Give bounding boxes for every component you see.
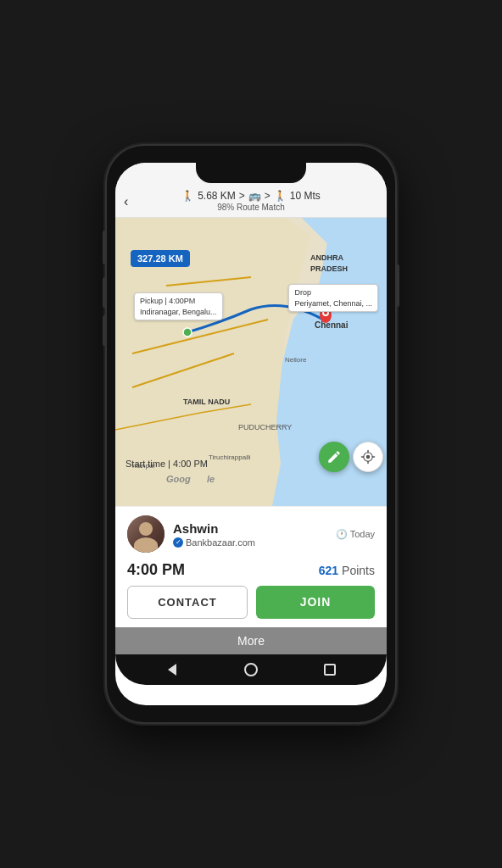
- home-nav-icon: [244, 663, 258, 676]
- svg-text:Chennai: Chennai: [315, 320, 349, 330]
- pickup-label: Pickup | 4:00PM Indiranagar, Bengalu...: [134, 292, 223, 320]
- svg-text:Tiruchirappalli: Tiruchirappalli: [209, 453, 251, 461]
- rider-card-header: Ashwin ✓ Bankbazaar.com 🕐 Today: [127, 515, 375, 553]
- back-button[interactable]: ‹: [124, 194, 128, 209]
- today-badge: 🕐 Today: [336, 529, 375, 540]
- route-info-bar: ‹ 🚶 5.68 KM > 🚌 > 🚶 10 Mts 98% Route Mat…: [115, 186, 387, 218]
- action-buttons: CONTACT JOIN: [127, 586, 375, 619]
- recent-nav-button[interactable]: [321, 661, 338, 678]
- route-info-top: 🚶 5.68 KM > 🚌 > 🚶 10 Mts: [181, 190, 321, 202]
- ride-time: 4:00 PM: [127, 561, 185, 579]
- avatar: [127, 515, 165, 553]
- route-match: 98% Route Match: [217, 203, 285, 212]
- points-label: Points: [342, 564, 375, 577]
- start-time: Start time | 4:00 PM: [126, 459, 208, 469]
- my-location-button[interactable]: [353, 442, 383, 472]
- svg-point-27: [366, 455, 371, 459]
- home-nav-button[interactable]: [243, 661, 259, 678]
- contact-button[interactable]: CONTACT: [127, 586, 248, 619]
- separator2: >: [265, 190, 271, 202]
- location-icon: [360, 449, 376, 465]
- route-time: 10 Mts: [290, 190, 321, 202]
- distance-badge: 327.28 KM: [131, 250, 190, 267]
- rider-details: Ashwin ✓ Bankbazaar.com: [173, 521, 255, 548]
- points-count: 621: [319, 564, 338, 577]
- drop-label: Drop Periyamet, Chennai, ...: [288, 284, 378, 312]
- points-info: 621 Points: [319, 564, 375, 577]
- phone-screen: ‹ 🚶 5.68 KM > 🚌 > 🚶 10 Mts 98% Route Mat…: [115, 163, 387, 705]
- bus-icon: 🚌: [248, 190, 261, 202]
- svg-point-23: [183, 328, 192, 337]
- avatar-image: [127, 515, 165, 553]
- join-button[interactable]: JOIN: [256, 586, 375, 619]
- screen-content: ‹ 🚶 5.68 KM > 🚌 > 🚶 10 Mts 98% Route Mat…: [115, 163, 387, 705]
- separator1: >: [239, 190, 245, 202]
- phone-body: ‹ 🚶 5.68 KM > 🚌 > 🚶 10 Mts 98% Route Mat…: [107, 146, 395, 722]
- volume-down-button: [103, 315, 106, 346]
- back-nav-icon: [168, 664, 176, 676]
- svg-text:PUDUCHERRY: PUDUCHERRY: [238, 423, 292, 431]
- svg-text:PRADESH: PRADESH: [310, 264, 348, 273]
- svg-text:le: le: [207, 474, 215, 484]
- volume-up-button: [103, 277, 106, 308]
- bottom-nav: [115, 654, 387, 685]
- rider-name: Ashwin: [173, 521, 255, 536]
- svg-text:Nellore: Nellore: [285, 356, 307, 364]
- walk2-icon: 🚶: [274, 190, 287, 202]
- rider-company: ✓ Bankbazaar.com: [173, 537, 255, 548]
- more-bar[interactable]: More: [115, 627, 387, 654]
- route-distance: 5.68 KM: [198, 190, 236, 202]
- svg-text:TAMIL NADU: TAMIL NADU: [183, 398, 230, 406]
- svg-text:ANDHRA: ANDHRA: [310, 253, 343, 262]
- recent-nav-icon: [324, 664, 336, 676]
- clock-icon: 🕐: [336, 529, 348, 540]
- power-button: [396, 264, 399, 307]
- rider-card: Ashwin ✓ Bankbazaar.com 🕐 Today: [115, 506, 387, 627]
- back-nav-button[interactable]: [164, 661, 181, 678]
- verified-icon: ✓: [173, 537, 183, 548]
- notch: [196, 163, 306, 183]
- rider-info: Ashwin ✓ Bankbazaar.com: [127, 515, 255, 553]
- time-row: 4:00 PM 621 Points: [127, 558, 375, 586]
- edit-route-button[interactable]: [319, 442, 349, 472]
- walk-icon: 🚶: [181, 190, 194, 202]
- map-area: ANDHRA PRADESH Nellore Chennai ntanpur P…: [115, 218, 387, 506]
- pencil-icon: [326, 449, 342, 465]
- phone-frame: ‹ 🚶 5.68 KM > 🚌 > 🚶 10 Mts 98% Route Mat…: [0, 0, 502, 868]
- svg-text:Goog: Goog: [166, 474, 191, 484]
